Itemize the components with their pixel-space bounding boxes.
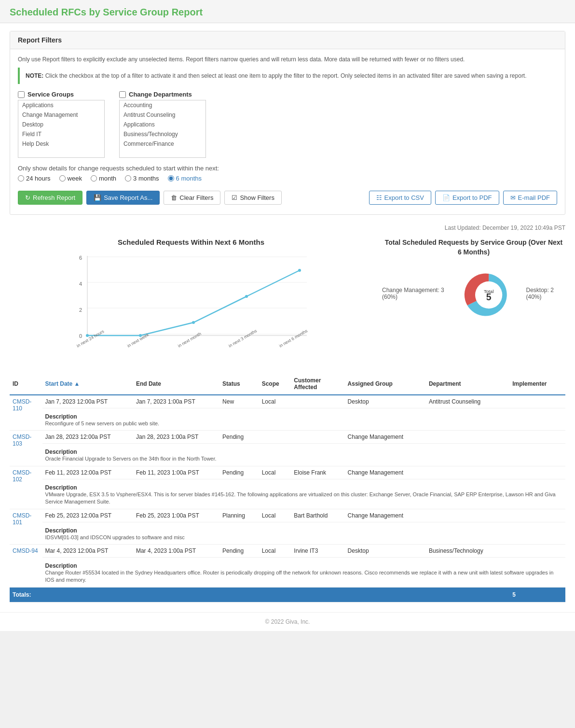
cell-end-date: Jan 28, 2023 1:00a PST (133, 431, 219, 444)
svg-text:4: 4 (79, 281, 82, 287)
cell-scope: Local (259, 509, 291, 522)
cell-id: CMSD-94 (10, 544, 42, 587)
col-start-date[interactable]: Start Date ▲ (42, 373, 133, 395)
svg-text:6: 6 (79, 255, 82, 261)
table-row-desc: Description VMware Upgrade, ESX 3.5 to V… (10, 479, 565, 509)
service-groups-checkbox[interactable] (18, 91, 25, 98)
cell-customer: Irvine IT3 (291, 544, 344, 557)
svg-text:2: 2 (79, 307, 82, 313)
time-option-month[interactable]: month (91, 175, 116, 182)
time-filter-container: Only show details for change requests sc… (18, 165, 557, 182)
desc-text: IDSVM[01-03] and IDSCON upgrades to soft… (45, 534, 562, 541)
change-departments-checkbox[interactable] (119, 91, 126, 98)
service-groups-listbox[interactable]: Applications Change Management Desktop F… (18, 100, 105, 158)
list-item[interactable]: Applications (120, 120, 205, 129)
svg-text:in next 3 months: in next 3 months (228, 328, 258, 349)
donut-wrapper: Change Management: 3 (60%) Total 5 (382, 264, 565, 326)
svg-text:in next week: in next week (126, 332, 150, 349)
list-item[interactable]: Field IT (18, 129, 104, 139)
cell-department (426, 466, 509, 479)
col-scope: Scope (259, 373, 291, 395)
save-report-button[interactable]: 💾 Save Report As... (86, 191, 160, 205)
table-row-desc: Description Oracle Financial Upgrade to … (10, 444, 565, 466)
time-option-24h[interactable]: 24 hours (18, 175, 51, 182)
refresh-button[interactable]: ↻ Refresh Report (18, 191, 82, 205)
id-link[interactable]: CMSD-110 (13, 398, 31, 412)
last-updated: Last Updated: December 19, 2022 10:49a P… (0, 223, 575, 233)
desc-text: Reconfigure of 5 new servers on public w… (45, 420, 562, 427)
totals-count: 5 (509, 587, 565, 602)
cell-end-date: Feb 25, 2023 1:00a PST (133, 509, 219, 522)
table-row-desc: Description Change Router #55534 located… (10, 557, 565, 587)
service-groups-label: Service Groups (27, 91, 74, 98)
cell-id: CMSD-101 (10, 509, 42, 544)
list-item[interactable]: Desktop (18, 120, 104, 129)
time-options-row: 24 hours week month 3 months 6 months (18, 175, 557, 182)
time-filter-label: Only show details for change requests sc… (18, 165, 219, 172)
header-row: ID Start Date ▲ End Date Status Scope Cu… (10, 373, 565, 395)
cell-assigned-group: Change Management (345, 509, 426, 522)
filter-note-box: NOTE: Click the checkbox at the top of a… (18, 68, 557, 84)
list-item[interactable]: Change Management (18, 110, 104, 120)
time-option-3months[interactable]: 3 months (125, 175, 159, 182)
time-option-week[interactable]: week (59, 175, 82, 182)
show-filters-label: Show Filters (240, 194, 274, 201)
filter-note-box-text: NOTE: Click the checkbox at the top of a… (26, 72, 527, 79)
table-row: CMSD-110 Jan 7, 2023 12:00a PST Jan 7, 2… (10, 395, 565, 408)
show-filters-button[interactable]: ☑ Show Filters (224, 191, 282, 205)
list-item[interactable]: Applications (18, 100, 104, 110)
clear-filters-button[interactable]: 🗑 Clear Filters (164, 191, 220, 205)
cell-implementer (509, 431, 565, 444)
cell-scope: Local (259, 395, 291, 408)
id-link[interactable]: CMSD-103 (13, 434, 31, 447)
table-row: CMSD-102 Feb 11, 2023 12:00a PST Feb 11,… (10, 466, 565, 479)
export-pdf-label: Export to PDF (452, 194, 492, 201)
list-item[interactable]: Antitrust Counseling (120, 110, 205, 120)
list-item[interactable]: Business/Technology (120, 129, 205, 139)
col-assigned-group: Assigned Group (345, 373, 426, 395)
change-departments-listbox[interactable]: Accounting Antitrust Counseling Applicat… (119, 100, 206, 158)
cell-customer: Eloise Frank (291, 466, 344, 479)
cell-department (426, 431, 509, 444)
export-pdf-button[interactable]: 📄 Export to PDF (435, 191, 499, 205)
list-item[interactable]: Accounting (120, 100, 205, 110)
donut-legend-right: Desktop: 2 (40%) (526, 287, 566, 303)
page-footer: © 2022 Giva, Inc. (0, 612, 575, 631)
svg-text:in next 6 months: in next 6 months (278, 328, 309, 349)
col-implementer: Implementer (509, 373, 565, 395)
line-chart-container: Scheduled Requests Within Next 6 Months … (10, 238, 372, 364)
svg-text:0: 0 (79, 333, 82, 339)
cell-end-date: Jan 7, 2023 1:00a PST (133, 395, 219, 408)
donut-chart-title: Total Scheduled Requests by Service Grou… (382, 238, 565, 257)
cell-department (426, 509, 509, 522)
donut-chart-container: Total Scheduled Requests by Service Grou… (382, 238, 565, 364)
cell-implementer (509, 509, 565, 522)
cell-customer (291, 431, 344, 444)
list-item[interactable]: Commerce/Finance (120, 139, 205, 149)
cell-description: Description Reconfigure of 5 new servers… (42, 408, 565, 431)
cell-description: Description Oracle Financial Upgrade to … (42, 444, 565, 466)
col-end-date: End Date (133, 373, 219, 395)
table-header: ID Start Date ▲ End Date Status Scope Cu… (10, 373, 565, 395)
cell-status: New (219, 395, 259, 408)
id-link[interactable]: CMSD-102 (13, 469, 31, 483)
list-item[interactable]: Help Desk (18, 139, 104, 149)
cell-start-date: Feb 25, 2023 12:00a PST (42, 509, 133, 522)
export-csv-button[interactable]: ☷ Export to CSV (369, 191, 431, 205)
filters-title: Report Filters (18, 36, 62, 44)
col-department: Department (426, 373, 509, 395)
svg-text:5: 5 (486, 293, 492, 303)
change-departments-header: Change Departments (119, 91, 206, 98)
refresh-label: Refresh Report (33, 194, 75, 201)
id-link[interactable]: CMSD-101 (13, 512, 31, 526)
time-option-6months[interactable]: 6 months (168, 175, 202, 182)
page-header: Scheduled RFCs by Service Group Report (0, 0, 575, 23)
cell-scope: Local (259, 544, 291, 557)
desc-text: Oracle Financial Upgrade to Servers on t… (45, 455, 562, 462)
email-pdf-button[interactable]: ✉ E-mail PDF (503, 191, 557, 205)
cell-customer: Bart Barthold (291, 509, 344, 522)
change-departments-label: Change Departments (129, 91, 192, 98)
id-link[interactable]: CMSD-94 (13, 547, 38, 554)
table-row-desc: Description Reconfigure of 5 new servers… (10, 408, 565, 431)
legend-item-desktop: Desktop: 2 (40%) (526, 287, 566, 300)
